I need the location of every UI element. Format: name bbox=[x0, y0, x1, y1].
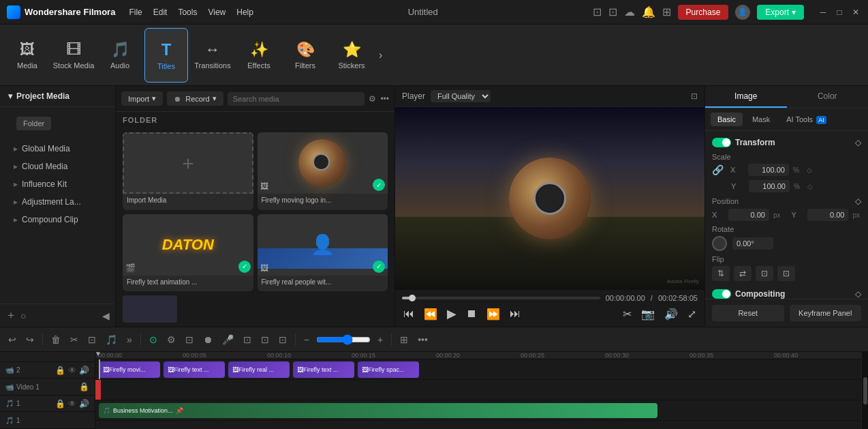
camera-button[interactable]: 📷 bbox=[640, 306, 656, 322]
tl-more-button[interactable]: » bbox=[124, 333, 135, 346]
add-track-button[interactable]: ＋ bbox=[5, 308, 16, 323]
position-keyframe-icon[interactable]: ◇ bbox=[855, 196, 861, 206]
clip-firefly-spac[interactable]: 🖼 Firefly spac... bbox=[358, 361, 419, 378]
media-card-firefly-real[interactable]: 👤 🖼 ✓ Firefly real people wit... bbox=[258, 214, 388, 292]
menu-edit[interactable]: Edit bbox=[153, 8, 168, 17]
sub-tab-ai-tools[interactable]: AI Tools AI bbox=[779, 113, 833, 126]
window-icon4[interactable]: 🔔 bbox=[642, 5, 655, 18]
flip-paste-button[interactable]: ⊡ bbox=[777, 266, 795, 281]
toolbar-more-button[interactable]: › bbox=[379, 49, 382, 61]
more-options-icon[interactable]: ••• bbox=[380, 94, 389, 104]
rotate-knob[interactable] bbox=[712, 236, 727, 251]
split-button[interactable]: ✂ bbox=[621, 306, 633, 322]
position-y-input[interactable] bbox=[807, 209, 848, 221]
menu-view[interactable]: View bbox=[208, 8, 226, 17]
skip-forward-button[interactable]: ⏭ bbox=[508, 306, 522, 321]
tl-audio-button[interactable]: 🎵 bbox=[103, 333, 120, 346]
sidebar-item-cloud-media[interactable]: ▸ Cloud Media bbox=[0, 158, 115, 175]
tl-voiceover-button[interactable]: 🎤 bbox=[219, 333, 236, 346]
tl-marker-button[interactable]: ⊡ bbox=[183, 333, 196, 346]
media-card-firefly-moving[interactable]: 🖼 ✓ Firefly moving logo in... bbox=[258, 132, 388, 210]
menu-file[interactable]: File bbox=[129, 8, 142, 17]
tl-snap-button[interactable]: ⊙ bbox=[146, 333, 160, 346]
clip-firefly-movi[interactable]: 🖼 Firefly movi... bbox=[99, 361, 160, 378]
zoom-slider[interactable] bbox=[316, 334, 371, 345]
tool-stock-media[interactable]: 🎞 Stock Media bbox=[52, 28, 95, 83]
clip-firefly-text[interactable]: 🖼 Firefly text ... bbox=[164, 361, 225, 378]
sub-tab-mask[interactable]: Mask bbox=[745, 113, 777, 126]
player-settings-icon[interactable]: ⊡ bbox=[691, 91, 698, 101]
scale-link-icon[interactable]: 🔗 bbox=[712, 164, 724, 175]
tl-record-btn[interactable]: ⏺ bbox=[200, 333, 215, 346]
collapse-panel-button[interactable]: ◀ bbox=[102, 310, 110, 321]
record-button[interactable]: ⏺ Record ▾ bbox=[167, 91, 223, 106]
skip-back-button[interactable]: ⏮ bbox=[402, 306, 416, 321]
window-icon1[interactable]: ⊡ bbox=[593, 5, 602, 18]
user-avatar[interactable]: 👤 bbox=[735, 5, 750, 20]
maximize-button[interactable]: □ bbox=[834, 7, 845, 18]
menu-help[interactable]: Help bbox=[236, 8, 253, 17]
sidebar-item-influence-kit[interactable]: ▸ Influence Kit bbox=[0, 175, 115, 193]
tl-delete-button[interactable]: 🗑 bbox=[48, 333, 63, 346]
video1-lock-icon[interactable]: 🔒 bbox=[79, 382, 89, 391]
search-input[interactable] bbox=[228, 92, 365, 106]
audio1-volume-icon[interactable]: 🔊 bbox=[79, 399, 89, 409]
video2-eye-icon[interactable]: 👁 bbox=[68, 366, 76, 375]
tl-cut-button[interactable]: ✂ bbox=[67, 333, 81, 346]
import-media-thumb[interactable]: ＋ bbox=[123, 132, 253, 194]
media-card-import[interactable]: ＋ Import Media bbox=[123, 132, 253, 210]
timeline-scrollbar[interactable] bbox=[861, 352, 868, 429]
scrollbar-thumb[interactable] bbox=[863, 377, 867, 404]
folder-button[interactable]: Folder bbox=[16, 117, 51, 130]
scale-x-input[interactable] bbox=[748, 164, 789, 176]
next-frame-button[interactable]: ⏩ bbox=[485, 306, 501, 322]
tl-settings-button[interactable]: ••• bbox=[415, 333, 431, 346]
tl-motion-button[interactable]: ⊡ bbox=[276, 333, 290, 346]
progress-bar[interactable] bbox=[402, 297, 600, 299]
close-button[interactable]: ✕ bbox=[850, 7, 861, 18]
fullscreen-button[interactable]: ⤢ bbox=[686, 306, 698, 322]
tool-effects[interactable]: ✨ Effects bbox=[237, 28, 281, 83]
tool-transitions[interactable]: ↔ Transitions bbox=[191, 28, 234, 83]
sidebar-item-adjustment[interactable]: ▸ Adjustment La... bbox=[0, 193, 115, 211]
video2-volume-icon[interactable]: 🔊 bbox=[79, 366, 89, 375]
compositing-keyframe-icon[interactable]: ◇ bbox=[855, 289, 861, 299]
audio1-eye-icon[interactable]: 👁 bbox=[68, 399, 76, 409]
tl-undo-button[interactable]: ↩ bbox=[5, 333, 19, 346]
tl-zoom-in-button[interactable]: + bbox=[375, 333, 386, 346]
export-button[interactable]: Export ▾ bbox=[757, 5, 804, 20]
media-card-firefly-text-anim[interactable]: DATON 🎬 ✓ Firefly text animation ... bbox=[123, 214, 253, 292]
rotate-input[interactable] bbox=[732, 237, 773, 250]
play-button[interactable]: ▶ bbox=[446, 305, 458, 323]
tl-crop-button[interactable]: ⊡ bbox=[85, 333, 99, 346]
scale-y-keyframe-icon[interactable]: ◇ bbox=[807, 183, 813, 190]
sidebar-item-compound-clip[interactable]: ▸ Compound Clip bbox=[0, 211, 115, 228]
transform-toggle[interactable] bbox=[712, 138, 731, 147]
window-icon2[interactable]: ⊡ bbox=[608, 5, 617, 18]
sidebar-item-global-media[interactable]: ▸ Global Media bbox=[0, 140, 115, 158]
flip-vertical-button[interactable]: ⇄ bbox=[734, 266, 751, 281]
prev-frame-button[interactable]: ⏪ bbox=[422, 306, 439, 322]
position-x-input[interactable] bbox=[728, 209, 769, 221]
purchase-button[interactable]: Purchase bbox=[678, 5, 729, 20]
window-icon3[interactable]: ☁ bbox=[624, 5, 635, 18]
tl-split-audio-button[interactable]: ⊡ bbox=[241, 333, 254, 346]
menu-tools[interactable]: Tools bbox=[178, 8, 197, 17]
tl-zoom-out-button[interactable]: − bbox=[301, 333, 312, 346]
tab-color[interactable]: Color bbox=[787, 86, 869, 108]
tl-link-button[interactable]: ⚙ bbox=[164, 333, 179, 346]
clip-firefly-text2[interactable]: 🖼 Firefly text ... bbox=[293, 361, 354, 378]
tl-scene-detect-button[interactable]: ⊡ bbox=[258, 333, 272, 346]
audio1-lock-icon[interactable]: 🔒 bbox=[55, 399, 65, 409]
export-dropdown-icon[interactable]: ▾ bbox=[792, 8, 796, 17]
clip-firefly-real[interactable]: 🖼 Firefly real ... bbox=[228, 361, 290, 378]
quality-select[interactable]: Full Quality bbox=[431, 90, 491, 102]
more-clip-1[interactable] bbox=[123, 295, 177, 323]
tab-image[interactable]: Image bbox=[705, 86, 787, 108]
compositing-toggle[interactable] bbox=[712, 289, 731, 299]
tool-stickers[interactable]: ⭐ Stickers bbox=[330, 28, 373, 83]
sub-tab-basic[interactable]: Basic bbox=[711, 113, 743, 126]
scale-y-input[interactable] bbox=[749, 180, 790, 192]
flip-horizontal-button[interactable]: ⇅ bbox=[712, 266, 730, 281]
tl-grid-button[interactable]: ⊞ bbox=[397, 333, 411, 346]
